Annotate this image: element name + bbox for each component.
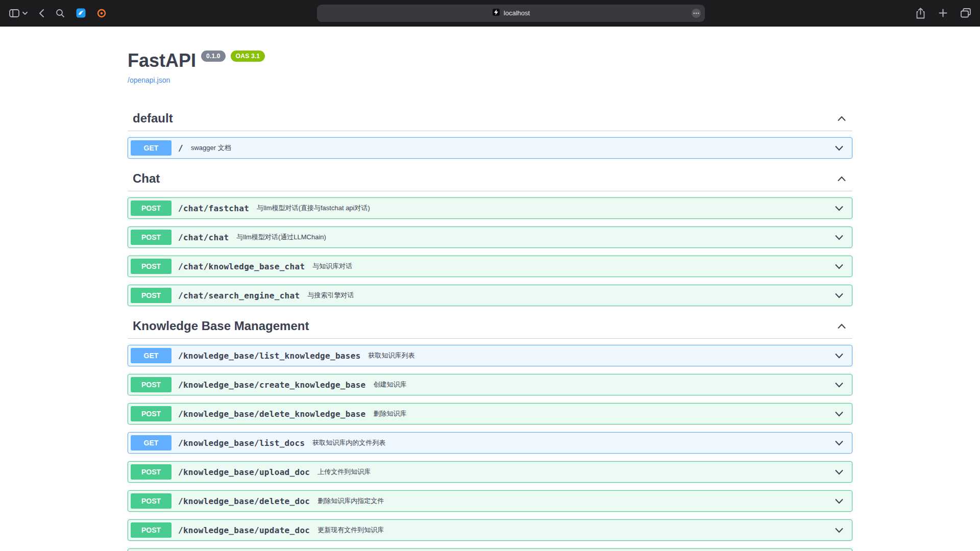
extension-orange-icon[interactable] <box>97 9 106 18</box>
browser-toolbar: localhost <box>0 0 980 27</box>
expand-operation-icon[interactable] <box>835 264 844 269</box>
operations: GET /knowledge_base/list_knowledge_bases… <box>128 339 852 551</box>
expand-operation-icon[interactable] <box>835 498 844 504</box>
operations: POST /chat/fastchat 与llm模型对话(直接与fastchat… <box>128 191 852 306</box>
operation-path: /chat/chat <box>178 233 229 242</box>
method-badge: POST <box>131 493 172 509</box>
api-info-block: FastAPI 0.1.0 OAS 3.1 /openapi.json <box>128 50 852 85</box>
expand-operation-icon[interactable] <box>835 382 844 388</box>
method-badge: POST <box>131 230 172 245</box>
openapi-spec-link[interactable]: /openapi.json <box>128 76 170 84</box>
api-title: FastAPI 0.1.0 OAS 3.1 <box>128 50 852 71</box>
expand-operation-icon[interactable] <box>835 528 844 533</box>
operation-summary: 与llm模型对话(通过LLMChain) <box>236 233 326 242</box>
api-title-text: FastAPI <box>128 50 196 71</box>
api-tag-section: Knowledge Base Management GET /knowledge… <box>128 314 852 551</box>
operation-summary: 创建知识库 <box>374 380 407 389</box>
section-header[interactable]: Knowledge Base Management <box>128 314 852 339</box>
operation-path: / <box>178 143 183 153</box>
section-header[interactable]: Chat <box>128 166 852 191</box>
operation-path: /chat/fastchat <box>178 204 249 213</box>
operation-row[interactable]: GET /knowledge_base/list_docs 获取知识库内的文件列… <box>128 432 852 454</box>
operation-summary: 获取知识库内的文件列表 <box>312 438 385 447</box>
expand-operation-icon[interactable] <box>835 235 844 240</box>
site-favicon <box>492 8 500 18</box>
share-icon[interactable] <box>916 8 925 19</box>
operation-path: /chat/knowledge_base_chat <box>178 262 305 271</box>
operation-row[interactable]: POST /chat/chat 与llm模型对话(通过LLMChain) <box>128 227 852 248</box>
method-badge: POST <box>131 522 172 538</box>
method-badge: POST <box>131 377 172 392</box>
collapse-section-icon[interactable] <box>837 116 846 121</box>
operation-path: /chat/search_engine_chat <box>178 291 300 300</box>
operation-row[interactable]: GET /knowledge_base/list_knowledge_bases… <box>128 345 852 366</box>
method-badge: POST <box>131 288 172 303</box>
address-bar[interactable]: localhost <box>317 5 705 22</box>
operation-summary: 上传文件到知识库 <box>317 467 371 477</box>
expand-operation-icon[interactable] <box>835 353 844 359</box>
operation-row[interactable]: POST /chat/search_engine_chat 与搜索引擎对话 <box>128 285 852 306</box>
collapse-section-icon[interactable] <box>837 176 846 182</box>
section-header[interactable]: default <box>128 106 852 131</box>
search-icon[interactable] <box>56 9 65 18</box>
operation-path: /knowledge_base/update_doc <box>178 525 310 535</box>
method-badge: POST <box>131 406 172 421</box>
method-badge: POST <box>131 259 172 274</box>
api-tag-section: Chat POST /chat/fastchat 与llm模型对话(直接与fas… <box>128 166 852 306</box>
method-badge: GET <box>131 435 172 450</box>
expand-operation-icon[interactable] <box>835 469 844 475</box>
operation-summary: 删除知识库 <box>374 409 407 418</box>
operation-path: /knowledge_base/list_docs <box>178 438 305 448</box>
back-icon[interactable] <box>39 9 44 18</box>
operation-path: /knowledge_base/delete_doc <box>178 496 310 506</box>
sections: default GET / swagger 文档 Chat POST /chat… <box>128 106 852 551</box>
operation-summary: 与知识库对话 <box>312 262 352 271</box>
operation-path: /knowledge_base/upload_doc <box>178 467 310 477</box>
method-badge: GET <box>131 348 172 363</box>
method-badge: POST <box>131 201 172 216</box>
method-badge: POST <box>131 464 172 480</box>
operation-summary: 与搜索引擎对话 <box>307 291 354 300</box>
operation-row[interactable]: GET / swagger 文档 <box>128 137 852 159</box>
collapse-section-icon[interactable] <box>837 323 846 329</box>
expand-operation-icon[interactable] <box>835 145 844 151</box>
operation-row[interactable]: POST /knowledge_base/update_doc 更新现有文件到知… <box>128 519 852 541</box>
method-badge: GET <box>131 140 172 156</box>
operation-row[interactable]: POST /knowledge_base/delete_knowledge_ba… <box>128 403 852 424</box>
new-tab-icon[interactable] <box>939 9 947 17</box>
version-badge: 0.1.0 <box>201 51 226 62</box>
operation-path: /knowledge_base/list_knowledge_bases <box>178 351 361 361</box>
operation-row[interactable]: POST /chat/knowledge_base_chat 与知识库对话 <box>128 256 852 277</box>
operation-summary: 获取知识库列表 <box>369 351 415 360</box>
expand-operation-icon[interactable] <box>835 206 844 211</box>
extension-blue-icon[interactable] <box>76 8 86 18</box>
more-options-icon[interactable] <box>691 8 701 20</box>
operation-summary: 与llm模型对话(直接与fastchat api对话) <box>257 204 370 213</box>
operation-path: /knowledge_base/delete_knowledge_base <box>178 409 366 419</box>
expand-operation-icon[interactable] <box>835 440 844 446</box>
operation-summary: 更新现有文件到知识库 <box>317 525 384 535</box>
operation-row[interactable]: POST /knowledge_base/upload_doc 上传文件到知识库 <box>128 461 852 483</box>
operations: GET / swagger 文档 <box>128 131 852 159</box>
section-title: default <box>133 111 837 126</box>
chevron-down-icon[interactable] <box>22 12 28 15</box>
section-title: Knowledge Base Management <box>133 319 837 333</box>
tab-overview-icon[interactable] <box>961 8 971 18</box>
expand-operation-icon[interactable] <box>835 293 844 298</box>
operation-summary: 删除知识库内指定文件 <box>317 496 384 506</box>
sidebar-toggle-icon[interactable] <box>9 9 19 17</box>
operation-row[interactable]: POST /chat/fastchat 与llm模型对话(直接与fastchat… <box>128 197 852 219</box>
operation-summary: swagger 文档 <box>191 143 231 153</box>
swagger-page: FastAPI 0.1.0 OAS 3.1 /openapi.json defa… <box>0 27 980 551</box>
api-tag-section: default GET / swagger 文档 <box>128 106 852 159</box>
oas-badge: OAS 3.1 <box>231 51 265 62</box>
address-bar-url: localhost <box>504 9 530 17</box>
operation-row[interactable]: POST /knowledge_base/recreate_vector_sto… <box>128 548 852 551</box>
operation-path: /knowledge_base/create_knowledge_base <box>178 380 366 390</box>
operation-row[interactable]: POST /knowledge_base/create_knowledge_ba… <box>128 374 852 395</box>
expand-operation-icon[interactable] <box>835 411 844 417</box>
operation-row[interactable]: POST /knowledge_base/delete_doc 删除知识库内指定… <box>128 490 852 512</box>
section-title: Chat <box>133 171 837 186</box>
